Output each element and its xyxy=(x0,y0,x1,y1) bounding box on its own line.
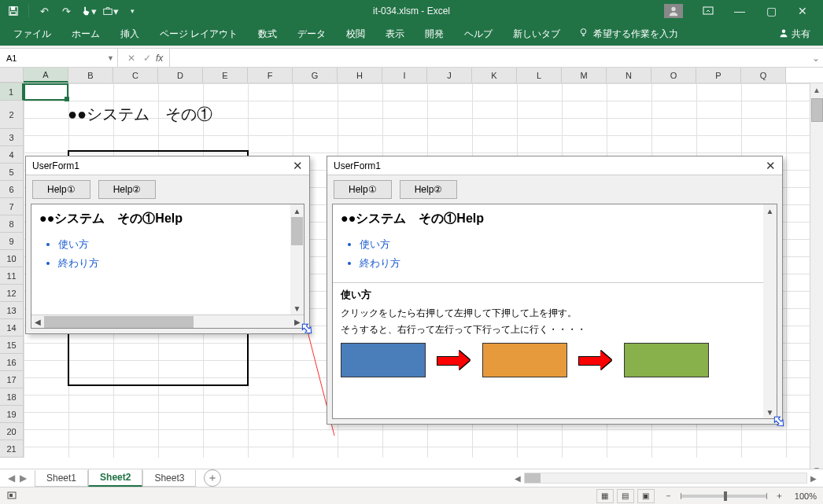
scroll-left-icon[interactable]: ◀ xyxy=(511,474,524,483)
close-icon[interactable]: ✕ xyxy=(293,159,303,173)
content-horizontal-scrollbar[interactable]: ◀ ▶ xyxy=(31,315,304,328)
enter-formula-icon[interactable]: ✓ xyxy=(143,53,151,64)
account-avatar[interactable] xyxy=(664,4,683,18)
column-header[interactable]: J xyxy=(427,68,472,83)
help1-button[interactable]: Help① xyxy=(32,180,90,199)
zoom-level[interactable]: 100% xyxy=(795,491,817,501)
row-header[interactable]: 1 xyxy=(0,83,24,101)
tab-developer[interactable]: 開発 xyxy=(416,23,452,46)
select-all-triangle[interactable] xyxy=(0,68,24,83)
tab-help[interactable]: ヘルプ xyxy=(456,23,501,46)
row-header[interactable]: 10 xyxy=(0,250,24,267)
qat-customize-icon[interactable]: ▾ xyxy=(124,2,141,20)
userform-large[interactable]: UserForm1 ✕ Help① Help② ●●システム その①Help 使… xyxy=(327,156,783,425)
row-header[interactable]: 17 xyxy=(0,371,24,388)
tab-home[interactable]: ホーム xyxy=(63,23,109,46)
column-header[interactable]: C xyxy=(113,68,158,83)
scroll-down-icon[interactable]: ▼ xyxy=(290,302,304,315)
column-header[interactable]: M xyxy=(562,68,607,83)
column-header[interactable]: O xyxy=(651,68,696,83)
userform-titlebar[interactable]: UserForm1 ✕ xyxy=(26,156,309,175)
content-vertical-scrollbar[interactable]: ▲ ▼ xyxy=(763,204,777,418)
close-icon[interactable]: ✕ xyxy=(766,159,776,173)
sheet-tab[interactable]: Sheet3 xyxy=(142,470,196,487)
record-macro-icon[interactable] xyxy=(6,490,17,502)
save-icon[interactable] xyxy=(5,2,22,20)
minimize-icon[interactable]: — xyxy=(724,0,755,22)
cancel-formula-icon[interactable]: ✕ xyxy=(127,53,135,64)
name-box[interactable]: A1 ▼ xyxy=(0,49,118,67)
sheet-tab[interactable]: Sheet1 xyxy=(35,470,88,487)
fx-icon[interactable]: fx xyxy=(156,53,163,64)
active-cell[interactable] xyxy=(24,83,68,101)
view-page-break-icon[interactable]: ▣ xyxy=(637,489,655,503)
userform-titlebar[interactable]: UserForm1 ✕ xyxy=(327,156,782,175)
sheet-tab[interactable]: Sheet2 xyxy=(88,469,142,487)
row-header[interactable]: 11 xyxy=(0,267,24,285)
content-vertical-scrollbar[interactable]: ▲ ▼ xyxy=(290,204,304,315)
row-header[interactable]: 3 xyxy=(0,129,24,146)
touch-mode-icon[interactable]: ▾ xyxy=(79,2,97,20)
column-header[interactable]: H xyxy=(338,68,382,83)
scroll-up-icon[interactable]: ▲ xyxy=(763,204,777,217)
row-header[interactable]: 4 xyxy=(0,146,24,164)
new-sheet-button[interactable]: ＋ xyxy=(204,469,221,487)
briefcase-icon[interactable]: ▾ xyxy=(101,2,119,20)
userform-small[interactable]: UserForm1 ✕ Help① Help② ●●システム その①Help 使… xyxy=(25,156,310,334)
tab-newtab[interactable]: 新しいタブ xyxy=(504,23,569,46)
zoom-in-button[interactable]: ＋ xyxy=(775,490,784,502)
help-link-finish[interactable]: 終わり方 xyxy=(58,254,304,273)
view-normal-icon[interactable]: ▦ xyxy=(596,489,614,503)
row-header[interactable]: 13 xyxy=(0,302,24,319)
row-header[interactable]: 2 xyxy=(0,101,24,129)
ribbon-display-options-icon[interactable] xyxy=(692,0,724,22)
row-header[interactable]: 18 xyxy=(0,388,24,406)
scroll-up-icon[interactable]: ▲ xyxy=(290,204,304,217)
row-header[interactable]: 15 xyxy=(0,337,24,354)
help2-button[interactable]: Help② xyxy=(98,180,157,199)
tab-nav-next-icon[interactable]: ▶ xyxy=(20,473,27,484)
expand-formula-bar-icon[interactable]: ⌄ xyxy=(809,49,823,67)
column-header[interactable]: B xyxy=(68,68,113,83)
column-header[interactable]: G xyxy=(293,68,338,83)
row-header[interactable]: 14 xyxy=(0,319,24,337)
vertical-scrollbar[interactable]: ▲ ▼ xyxy=(810,83,823,476)
tell-me-search[interactable]: 希望する作業を入力 xyxy=(578,28,678,41)
row-header[interactable]: 9 xyxy=(0,233,24,250)
row-header[interactable]: 6 xyxy=(0,181,24,198)
scroll-right-icon[interactable]: ▶ xyxy=(807,474,820,483)
close-icon[interactable]: ✕ xyxy=(787,0,818,22)
row-header[interactable]: 7 xyxy=(0,198,24,215)
tab-layout[interactable]: ページ レイアウト xyxy=(151,23,246,46)
maximize-icon[interactable]: ▢ xyxy=(755,0,787,22)
zoom-slider[interactable] xyxy=(681,495,767,498)
column-header[interactable]: K xyxy=(472,68,517,83)
scroll-left-icon[interactable]: ◀ xyxy=(31,318,44,326)
column-header[interactable]: Q xyxy=(741,68,786,83)
redo-icon[interactable]: ↷ xyxy=(57,2,75,20)
help-link-usage[interactable]: 使い方 xyxy=(58,235,304,254)
column-header[interactable]: P xyxy=(696,68,741,83)
help-link-usage[interactable]: 使い方 xyxy=(360,235,777,254)
column-header[interactable]: I xyxy=(382,68,427,83)
tab-review[interactable]: 校閲 xyxy=(338,23,374,46)
tab-insert[interactable]: 挿入 xyxy=(112,23,148,46)
column-header[interactable]: D xyxy=(158,68,203,83)
column-header[interactable]: A xyxy=(24,68,68,83)
horizontal-scrollbar[interactable]: ◀ ▶ xyxy=(511,473,823,484)
row-header[interactable]: 19 xyxy=(0,406,24,423)
view-page-layout-icon[interactable]: ▤ xyxy=(617,489,634,503)
row-header[interactable]: 12 xyxy=(0,285,24,302)
tab-nav-prev-icon[interactable]: ◀ xyxy=(8,473,15,484)
tab-file[interactable]: ファイル xyxy=(5,23,60,46)
tab-view[interactable]: 表示 xyxy=(377,23,413,46)
share-button[interactable]: 共有 xyxy=(771,24,818,44)
row-header[interactable]: 16 xyxy=(0,354,24,371)
help1-button[interactable]: Help① xyxy=(334,180,392,199)
tab-data[interactable]: データ xyxy=(289,23,334,46)
undo-icon[interactable]: ↶ xyxy=(35,2,53,20)
row-header[interactable]: 21 xyxy=(0,440,24,458)
help2-button[interactable]: Help② xyxy=(400,180,458,199)
tab-formulas[interactable]: 数式 xyxy=(249,23,286,46)
column-header[interactable]: F xyxy=(248,68,293,83)
